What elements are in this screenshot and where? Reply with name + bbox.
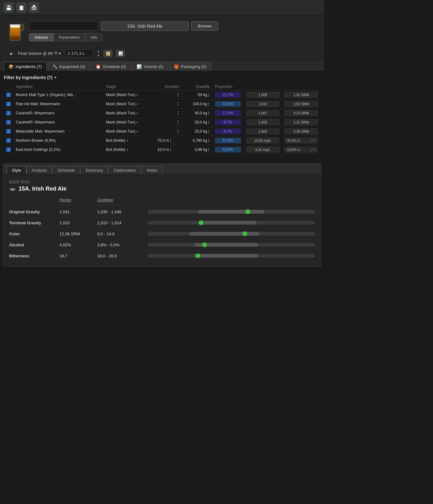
ingredient-stage[interactable]: Boil (Kettle)▾ (104, 136, 155, 145)
row-checkbox[interactable] (6, 138, 11, 143)
recipe-name-input[interactable] (29, 21, 98, 31)
tab-volume-main[interactable]: 📊 Volume (0) (132, 62, 168, 71)
ingredient-srm-util[interactable]: 10,0% U▲▼ (282, 145, 320, 154)
tab-info[interactable]: Info (85, 33, 103, 41)
tab-packaging[interactable]: 🎁 Packaging (0) (169, 62, 211, 71)
util-stepper[interactable]: ▲▼ (311, 139, 316, 142)
style-nav-prev[interactable]: ◀▶ (9, 186, 16, 192)
ingredients-table: Ingredient Stage Duration Quantity Propo… (4, 83, 320, 154)
ingredient-gravity-ibu: 14,82 mg/L (244, 136, 282, 145)
tab-parameters[interactable]: Parameters (53, 33, 85, 41)
table-row: Munich Malt Type 1 (Organic); We...Mash … (4, 90, 320, 100)
print-button[interactable]: 🖨️ (29, 3, 39, 13)
volume-stepper[interactable]: ▲ ▼ (97, 49, 100, 57)
style-recipe-val: 4,02% (59, 243, 97, 247)
bottom-tabs: Style Analysis Schedule Summary Carbonat… (3, 163, 321, 175)
ingredient-proportion: 8,7% (212, 127, 244, 136)
ingredient-quantity[interactable]: 0,88 kg▲▼ (182, 145, 212, 154)
tab-equipment[interactable]: 🔧 Equipment (0) (48, 62, 90, 71)
ingredient-stage[interactable]: Mash (Mash Tun)▾ (104, 127, 155, 136)
style-row: Terminal Gravity 1,010 1,010 - 1,014 (9, 217, 315, 228)
range-bar-fill (198, 210, 265, 214)
row-checkbox[interactable] (6, 129, 11, 134)
tab-volume[interactable]: Volume (29, 33, 53, 41)
bottom-tab-schedule[interactable]: Schedule (52, 166, 80, 174)
style-row: Alcohol 4,02% 3,8% - 5,0% (9, 239, 315, 250)
ingredient-proportion: 17,4% (212, 109, 244, 118)
tab-schedule[interactable]: ⏰ Schedule (0) (91, 62, 131, 71)
collapse-arrow[interactable]: ▶ (10, 51, 13, 56)
ingredient-stage[interactable]: Mash (Mash Tun)▾ (104, 118, 155, 127)
bottom-tab-summary[interactable]: Summary (80, 166, 109, 174)
style-param-name: Alcohol (9, 243, 59, 247)
range-bar-fill (198, 221, 256, 225)
row-checkbox[interactable] (6, 93, 11, 97)
tab-ingredients[interactable]: 📦 Ingredients (7) (4, 62, 47, 71)
row-checkbox[interactable] (6, 102, 11, 106)
row-checkbox[interactable] (6, 147, 11, 152)
ingredient-duration[interactable]: 10,0 m▲▼ (155, 145, 182, 154)
range-bar-fill (189, 232, 260, 236)
ingredient-stage[interactable]: Mash (Mash Tun)▾ (104, 100, 155, 109)
ingredient-duration[interactable]: ▲▼ (155, 90, 182, 100)
style-row: Bitterness 18,7 18,0 - 28,0 (9, 250, 315, 261)
ingredient-quantity[interactable]: 20,0 kg▲▼ (182, 127, 212, 136)
style-recipe-val: 1,041 (59, 209, 97, 214)
ingredient-stage[interactable]: Mash (Mash Tun)▾ (104, 109, 155, 118)
ingredient-quantity[interactable]: 100,0 kg▲▼ (182, 100, 212, 109)
save-button[interactable]: 💾 (4, 3, 14, 13)
range-bar-track (148, 254, 315, 258)
row-checkbox[interactable] (6, 120, 11, 124)
range-bar-indicator (196, 254, 200, 258)
bottom-tab-style[interactable]: Style (7, 166, 26, 174)
stage-dropdown-icon[interactable]: ▾ (127, 139, 128, 142)
volume-input[interactable] (65, 49, 93, 57)
stage-dropdown-icon[interactable]: ▾ (137, 102, 138, 106)
bottom-tab-analysis[interactable]: Analysis (26, 166, 52, 174)
browse-button[interactable]: Browse (191, 21, 218, 31)
style-name-row: ◀▶ 15A. Irish Red Ale (9, 186, 315, 192)
ingredient-quantity[interactable]: 20,0 kg▲▼ (182, 118, 212, 127)
stage-dropdown-icon[interactable]: ▾ (127, 148, 128, 152)
stage-dropdown-icon[interactable]: ▾ (137, 121, 138, 124)
ingredient-quantity[interactable]: 0,780 kg▲▼ (182, 136, 212, 145)
table-row: Pale Ale Malt; WeyermannMash (Mash Tun)▾… (4, 100, 320, 109)
ingredient-name: Carahell®; Weyermann (13, 118, 104, 127)
ingredient-srm-util: 1,21 SRM (282, 118, 320, 127)
filter-dropdown[interactable]: ▾ (54, 75, 56, 80)
style-recipe-val: 12,36 SRM (59, 232, 97, 236)
ingredient-duration[interactable]: ▲▼ (155, 127, 182, 136)
range-bar-fill (194, 254, 258, 258)
stage-dropdown-icon[interactable]: ▾ (137, 130, 138, 133)
ingredient-proportion: 53,0% (212, 145, 244, 154)
ingredient-stage[interactable]: Mash (Mash Tun)▾ (104, 90, 155, 100)
ingredients-tab-icon: 📦 (8, 64, 14, 69)
ingredient-duration[interactable]: ▲▼ (155, 109, 182, 118)
main-tabs: 📦 Ingredients (7) 🔧 Equipment (0) ⏰ Sche… (0, 60, 324, 71)
bottom-tab-carbonation[interactable]: Carbonation (108, 166, 141, 174)
chart-icon-button[interactable]: 📊 (116, 50, 125, 57)
ingredient-gravity-ibu: 1,003 (244, 118, 282, 127)
ingredient-srm-util[interactable]: 25,0% U▲▼ (282, 136, 320, 145)
table-row: Northern Brewer (8,9%)Boil (Kettle)▾75,0… (4, 136, 320, 145)
stage-dropdown-icon[interactable]: ▾ (137, 112, 138, 115)
equipment-tab-icon: 🔧 (53, 64, 58, 69)
util-stepper[interactable]: ▲▼ (311, 148, 316, 151)
row-checkbox[interactable] (6, 111, 11, 115)
ingredient-stage[interactable]: Boil (Kettle)▾ (104, 145, 155, 154)
ingredient-duration[interactable]: ▲▼ (155, 100, 182, 109)
table-row: Melanoidin Malt; WeyermannMash (Mash Tun… (4, 127, 320, 136)
ingredient-duration[interactable]: 75,0 m▲▼ (155, 136, 182, 145)
copy-button[interactable]: 📋 (16, 3, 26, 13)
ingredient-quantity[interactable]: 50 kg▲▼ (182, 90, 212, 100)
photo-icon-button[interactable]: 🖼️ (104, 50, 112, 57)
header-area: 15A. Irish Red Ale Browse Volume Paramet… (0, 15, 324, 47)
ingredient-duration[interactable]: ▲▼ (155, 118, 182, 127)
ingredient-quantity[interactable]: 40,0 kg▲▼ (182, 109, 212, 118)
range-bar (148, 242, 315, 248)
ingredient-name: Northern Brewer (8,9%) (13, 136, 104, 145)
stage-dropdown-icon[interactable]: ▾ (137, 93, 138, 97)
recipe-title-button[interactable]: 15A. Irish Red Ale (101, 21, 189, 31)
bottom-tab-notes[interactable]: Notes (141, 166, 163, 174)
header-middle: 15A. Irish Red Ale Browse Volume Paramet… (29, 21, 319, 41)
